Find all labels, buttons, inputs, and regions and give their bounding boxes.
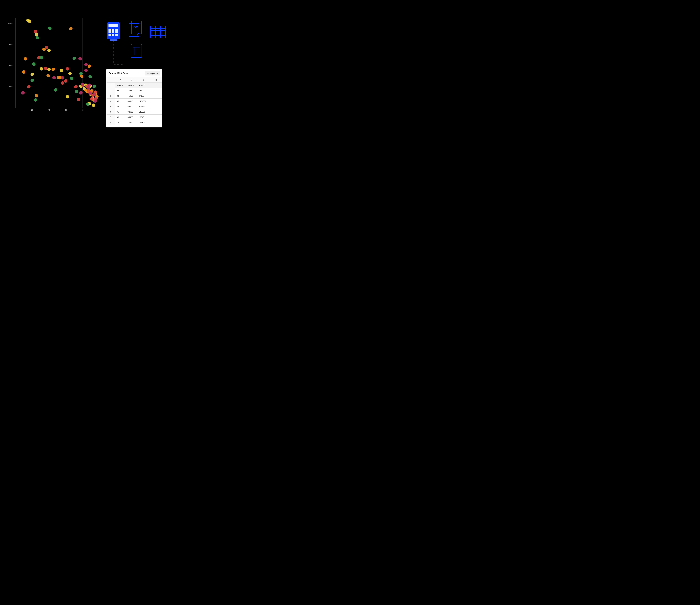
row-number[interactable]: 5 <box>106 104 115 109</box>
data-sources-svg: CSV <box>104 20 168 70</box>
svg-point-69 <box>52 76 56 79</box>
cell-c[interactable]: 47160 <box>137 93 150 98</box>
svg-point-56 <box>64 79 68 82</box>
scatter-chart: 2040608040 00060 00080 000100 000 <box>8 17 101 114</box>
cell-a[interactable]: 78 <box>115 120 126 125</box>
cell-d[interactable] <box>150 82 162 88</box>
svg-point-71 <box>78 57 82 60</box>
row-number[interactable]: 3 <box>106 93 115 98</box>
cell-a[interactable]: 85 <box>115 99 126 104</box>
cell-d[interactable] <box>150 120 162 125</box>
svg-point-35 <box>35 94 38 97</box>
cell-c[interactable]: 19340 <box>137 115 150 120</box>
svg-point-90 <box>75 90 78 93</box>
cell-d[interactable] <box>150 99 162 104</box>
svg-text:60 000: 60 000 <box>9 65 14 67</box>
data-grid[interactable]: A B C D 1Value 1Value 2Value 32953492074… <box>106 77 162 125</box>
svg-point-83 <box>30 79 34 82</box>
cell-d[interactable] <box>150 115 162 120</box>
svg-point-77 <box>93 93 96 96</box>
table-row[interactable]: 485684101404050 <box>106 99 162 104</box>
table-row[interactable]: 1Value 1Value 2Value 3 <box>106 82 162 88</box>
cell-b[interactable]: 35420 <box>126 115 138 120</box>
cell-c[interactable]: 145560 <box>137 109 150 115</box>
svg-point-86 <box>48 27 51 30</box>
svg-point-89 <box>73 56 76 60</box>
cell-b[interactable]: 59800 <box>126 104 138 109</box>
connector-grid <box>144 39 158 58</box>
svg-point-17 <box>30 73 34 76</box>
cell-a[interactable]: 95 <box>115 88 126 93</box>
row-number[interactable]: 6 <box>106 109 115 115</box>
svg-rect-100 <box>108 31 111 33</box>
svg-point-15 <box>28 20 31 23</box>
row-number[interactable]: 4 <box>106 99 115 104</box>
row-number[interactable]: 1 <box>106 82 115 88</box>
table-document-icon <box>131 44 142 57</box>
col-header-d[interactable]: D <box>150 77 162 82</box>
svg-point-80 <box>88 83 91 87</box>
col-header-c[interactable]: C <box>137 77 150 82</box>
cell-c[interactable]: 192800 <box>137 120 150 125</box>
cell-b[interactable]: 34210 <box>126 120 138 125</box>
cell-a[interactable]: Value 1 <box>115 82 126 88</box>
svg-text:80 000: 80 000 <box>9 44 14 46</box>
cell-d[interactable] <box>150 93 162 98</box>
svg-point-20 <box>47 68 51 71</box>
cell-b[interactable]: 41450 <box>126 93 138 98</box>
cell-b[interactable]: 32660 <box>126 109 138 115</box>
svg-point-88 <box>70 77 73 80</box>
svg-rect-97 <box>108 29 111 31</box>
svg-point-34 <box>22 70 25 74</box>
manage-data-button[interactable]: Manage data <box>145 71 160 75</box>
svg-point-57 <box>66 67 69 70</box>
data-panel-header: Scatter Plot Data Manage data <box>106 69 162 77</box>
svg-point-93 <box>86 102 89 106</box>
table-row[interactable]: 7883542019340 <box>106 115 162 120</box>
data-panel-title: Scatter Plot Data <box>109 72 128 75</box>
svg-point-84 <box>34 98 37 102</box>
row-number[interactable]: 7 <box>106 115 115 120</box>
svg-rect-106 <box>110 39 117 41</box>
svg-point-68 <box>21 91 25 95</box>
svg-text:40: 40 <box>48 109 50 111</box>
cell-c[interactable]: 202760 <box>137 104 150 109</box>
connector-calc <box>114 41 123 65</box>
cell-a[interactable]: 88 <box>115 93 126 98</box>
svg-point-78 <box>94 99 97 103</box>
row-number[interactable]: 2 <box>106 88 115 93</box>
table-row[interactable]: 3884145047160 <box>106 93 162 99</box>
cell-b[interactable]: Value 2 <box>126 82 138 88</box>
svg-point-76 <box>89 92 92 95</box>
table-row[interactable]: 52959800202760 <box>106 104 162 109</box>
data-sources-diagram: CSV <box>104 20 168 60</box>
cell-d[interactable] <box>150 109 162 115</box>
table-row[interactable]: 69532660145560 <box>106 109 162 115</box>
cell-c[interactable]: 74600 <box>137 88 150 93</box>
cell-d[interactable] <box>150 88 162 93</box>
svg-rect-104 <box>111 34 114 36</box>
row-number[interactable]: 8 <box>106 120 115 125</box>
svg-text:60: 60 <box>65 109 67 111</box>
svg-point-72 <box>84 63 88 66</box>
svg-rect-102 <box>115 31 118 33</box>
table-row[interactable]: 2953492074600 <box>106 88 162 93</box>
svg-point-81 <box>32 63 35 66</box>
cell-c[interactable]: Value 3 <box>137 82 150 88</box>
svg-point-50 <box>34 30 37 33</box>
table-row[interactable]: 87834210192800 <box>106 120 162 125</box>
col-header-b[interactable]: B <box>126 77 138 82</box>
svg-text:20: 20 <box>31 109 33 111</box>
cell-a[interactable]: 88 <box>115 115 126 120</box>
cell-b[interactable]: 34920 <box>126 88 138 93</box>
svg-point-70 <box>61 76 64 79</box>
svg-point-23 <box>66 95 69 98</box>
column-header-row: A B C D <box>106 77 162 82</box>
cell-a[interactable]: 95 <box>115 109 126 115</box>
cell-a[interactable]: 29 <box>115 104 126 109</box>
cell-b[interactable]: 68410 <box>126 99 138 104</box>
col-header-a[interactable]: A <box>115 77 126 82</box>
svg-point-74 <box>81 83 84 86</box>
cell-c[interactable]: 1404050 <box>137 99 150 104</box>
cell-d[interactable] <box>150 104 162 109</box>
